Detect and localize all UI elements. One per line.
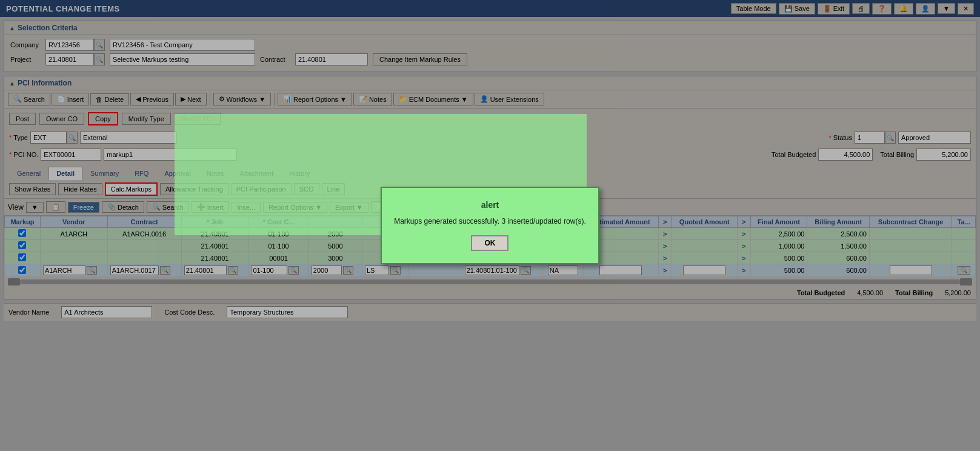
alert-message: Markups generated successfully. 3 insert… (394, 217, 586, 226)
alert-title: alert (394, 200, 586, 210)
alert-ok-button[interactable]: OK (471, 235, 508, 251)
alert-overlay: alert Markups generated successfully. 3 … (0, 0, 980, 451)
alert-dialog: alert Markups generated successfully. 3 … (381, 187, 599, 264)
